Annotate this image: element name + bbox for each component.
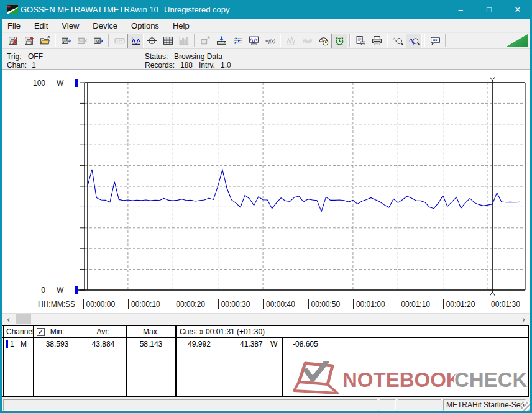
toolbar-separator	[108, 34, 109, 47]
horizontal-scrollbar[interactable]: ‹ ›	[2, 313, 530, 325]
export-data-button	[197, 34, 213, 48]
x-tick-label: 00:00:10	[128, 299, 160, 309]
lcd-display-icon: 1257	[114, 35, 125, 46]
histogram-view-button	[176, 34, 192, 48]
min-value: 38.593	[35, 340, 80, 348]
x-axis-unit: HH:MM:SS	[38, 300, 75, 309]
close-button[interactable]: ✕	[503, 0, 532, 19]
save-as-button[interactable]	[21, 34, 37, 48]
scroll-right-icon[interactable]: ›	[518, 314, 529, 325]
curve-view-icon	[131, 35, 141, 46]
crosshair-cursor-icon	[147, 35, 157, 46]
wave-multi-button	[299, 34, 315, 48]
laptop-check-icon	[291, 361, 344, 397]
watermark-text-primary: NOTEBOOK	[342, 370, 461, 390]
menu-help[interactable]: Help	[166, 20, 196, 32]
print-button[interactable]	[369, 34, 385, 48]
minimize-button[interactable]: –	[446, 0, 475, 19]
open-folder-icon	[40, 35, 50, 46]
chan-label: Chan:	[7, 61, 27, 70]
x-tick-label: 00:00:30	[218, 299, 250, 309]
col-avr-header: Avr:	[80, 327, 126, 336]
x-tick-label: 00:00:20	[173, 299, 205, 309]
status-value: Browsing Data	[174, 52, 222, 61]
statusbar-panel-3	[398, 399, 441, 411]
zoom-curve-button[interactable]	[406, 34, 422, 48]
wave-single-button	[283, 34, 299, 48]
record-timer-button[interactable]	[331, 34, 347, 48]
formula-fx-button[interactable]: =f(x)	[262, 34, 278, 48]
toolbar-separator	[349, 34, 351, 47]
cursor2-value: 41.387	[240, 340, 263, 348]
maximize-button[interactable]: □	[475, 0, 503, 19]
x-tick-label: 00:01:20	[443, 299, 475, 309]
send-device-button[interactable]: M	[90, 34, 106, 48]
table-view-button[interactable]	[160, 34, 176, 48]
zoom-curve-icon	[409, 35, 420, 46]
avr-value: 43.884	[80, 340, 126, 348]
app-logo-icon	[7, 4, 18, 14]
records-label: Records:	[145, 61, 175, 70]
menu-options[interactable]: Options	[124, 20, 166, 32]
records-value: 188	[180, 61, 193, 70]
toolbar-separator	[387, 34, 388, 47]
read-device-icon	[61, 35, 71, 46]
save-button[interactable]	[4, 34, 21, 48]
menu-view[interactable]: View	[55, 20, 86, 32]
statusbar-panel-2	[380, 399, 396, 411]
scroll-left-icon[interactable]: ‹	[3, 314, 14, 325]
channel-number: 1	[10, 340, 14, 348]
channel-color-marker	[6, 340, 8, 348]
formula-fx-icon: =f(x)	[265, 35, 275, 46]
trig-label: Trig:	[7, 52, 22, 61]
svg-text:1257: 1257	[116, 39, 124, 43]
notebookcheck-watermark: NOTEBOOK CHECK	[291, 361, 530, 397]
open-folder-button[interactable]	[37, 34, 53, 48]
zoom-pan-button[interactable]	[390, 34, 406, 48]
statusbar-device-panel: METRAHit Starline-Seri	[443, 399, 526, 411]
channel-mode: M	[21, 340, 27, 348]
print-preview-button[interactable]	[352, 34, 369, 48]
app-window: GOSSEN METRAWATT METRAwin 10 Unregistere…	[0, 0, 532, 413]
crosshair-cursor-button[interactable]	[144, 34, 160, 48]
meter-time-button[interactable]	[315, 34, 331, 48]
store-to-disk-button[interactable]	[213, 34, 229, 48]
menu-device[interactable]: Device	[86, 20, 124, 32]
curve-view-button[interactable]	[127, 34, 144, 48]
power-trace-plot[interactable]	[2, 70, 530, 313]
read-device-button[interactable]	[58, 34, 74, 48]
svg-text:=f(x): =f(x)	[265, 39, 275, 44]
lcd-display-button: 1257	[111, 34, 127, 48]
record-timer-icon	[334, 35, 345, 46]
title-bar: GOSSEN METRAWATT METRAwin 10 Unregistere…	[0, 0, 532, 19]
resize-grip[interactable]	[521, 402, 530, 411]
save-icon	[7, 35, 18, 46]
menu-edit[interactable]: Edit	[27, 20, 55, 32]
chan-value: 1	[32, 61, 36, 70]
power-trace-line	[88, 170, 520, 212]
x-axis-labels: HH:MM:SS 00:00:0000:00:1000:00:2000:00:3…	[2, 299, 530, 310]
corner-triangle-icon	[505, 34, 528, 47]
clear-device-button	[74, 34, 90, 48]
zoom-pan-icon	[393, 35, 403, 46]
clear-device-icon	[77, 35, 88, 46]
interval-label: Intrv.	[199, 61, 215, 70]
status-label: Status:	[145, 52, 168, 61]
online-display-button[interactable]	[245, 34, 262, 48]
toolbar-separator	[280, 34, 281, 47]
max-value: 58.143	[127, 340, 175, 348]
menu-file[interactable]: File	[2, 20, 27, 32]
toolbar-separator	[445, 34, 446, 47]
channel-config-button[interactable]	[229, 34, 245, 48]
x-tick-label: 00:00:50	[308, 299, 341, 309]
x-tick-label: 00:01:00	[353, 299, 385, 309]
notes-button[interactable]	[427, 34, 443, 48]
channel-config-icon	[232, 35, 243, 46]
scroll-thumb[interactable]	[16, 314, 31, 324]
title-vendor: GOSSEN METRAWATT	[21, 5, 108, 14]
chart-panel[interactable]: 100 W 0 W HH:MM:SS 00:00:0000:00:1000:00…	[2, 70, 530, 313]
col-max-header: Max:	[127, 327, 175, 336]
meter-time-icon	[318, 35, 329, 46]
online-display-icon	[249, 35, 259, 46]
status-panel: Trig: OFF Chan: 1 Status: Browsing Data …	[2, 50, 530, 70]
